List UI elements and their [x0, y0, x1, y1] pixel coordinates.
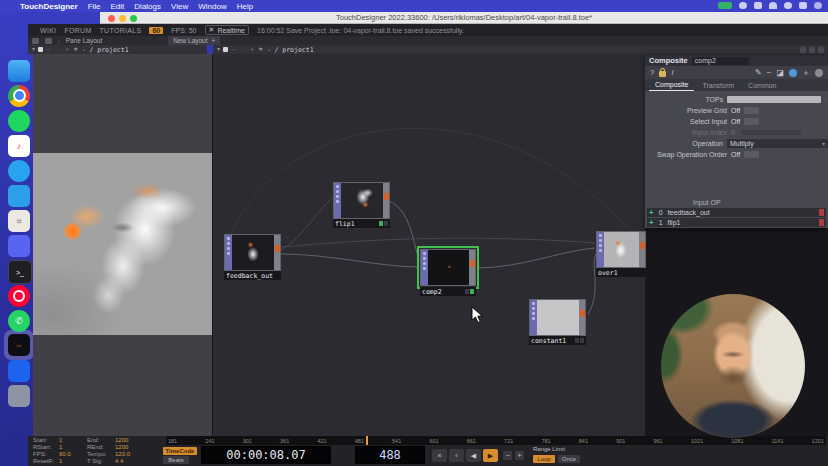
wiki-link[interactable]: WIKI	[40, 27, 56, 34]
non-default-filter-icon[interactable]: ◪	[776, 68, 784, 77]
help-icon[interactable]: ?	[650, 68, 654, 77]
tsig-field[interactable]: 4 4	[115, 458, 123, 465]
collapse-icon[interactable]: −	[767, 68, 772, 77]
info-icon[interactable]: i	[671, 68, 673, 77]
node-feedback-out-viewer-flags[interactable]	[225, 235, 232, 270]
operator-name-field[interactable]: comp2	[692, 57, 749, 65]
preview-grid-value[interactable]: Off	[731, 107, 740, 114]
pane-split-button[interactable]	[800, 47, 806, 53]
delete-input-icon[interactable]	[819, 219, 824, 226]
node-constant1-output[interactable]	[579, 300, 585, 335]
tab-composite[interactable]: Composite	[649, 80, 694, 91]
app-menu[interactable]: TouchDesigner	[20, 2, 78, 11]
minimize-window-button[interactable]	[119, 15, 126, 22]
add-layout-button[interactable]: +	[212, 37, 216, 44]
slack-icon[interactable]: ⌗	[8, 210, 30, 232]
input-index-slider[interactable]	[741, 130, 801, 135]
expand-icon[interactable]: +	[649, 219, 654, 227]
lock-icon[interactable]	[659, 71, 666, 77]
zoom-window-button[interactable]	[130, 15, 137, 22]
add-parameter-icon[interactable]: ＋	[802, 67, 810, 78]
node-flip1[interactable]	[333, 182, 390, 219]
current-frame-display[interactable]: 488	[355, 446, 425, 464]
pane-close-button[interactable]	[818, 47, 824, 53]
menu-file[interactable]: File	[88, 2, 101, 11]
node-feedback-out-name[interactable]: feedback_out	[224, 271, 281, 280]
bookmark-icon[interactable]: ★	[258, 45, 263, 54]
pane-type-icon[interactable]	[38, 47, 43, 52]
youtube-music-icon[interactable]	[8, 285, 30, 307]
pane-layout-dropdown[interactable]: Pane Layout	[66, 37, 103, 44]
swap-value[interactable]: Off	[731, 151, 740, 158]
chrome-icon[interactable]	[8, 85, 30, 107]
whatsapp-icon[interactable]: ✆	[8, 310, 30, 332]
operation-dropdown[interactable]: Multiply ▾	[727, 139, 828, 148]
node-over1-name[interactable]: over1	[596, 268, 646, 277]
node-comp2-output[interactable]	[469, 250, 475, 285]
docker-icon[interactable]	[8, 360, 30, 382]
end-frame-field[interactable]: 1200	[115, 437, 128, 444]
menu-dialogs[interactable]: Dialogs	[134, 2, 161, 11]
menu-help[interactable]: Help	[237, 2, 253, 11]
range-start-field[interactable]: 1	[59, 444, 87, 451]
forward-icon[interactable]: →	[55, 45, 61, 54]
language-icon[interactable]	[789, 69, 797, 77]
battery-icon[interactable]	[718, 2, 732, 9]
node-flip1-name[interactable]: flip1	[333, 219, 390, 228]
node-constant1-name[interactable]: constant1	[529, 336, 586, 345]
add-icon[interactable]: ＋	[249, 45, 255, 54]
select-input-toggle[interactable]	[744, 118, 759, 125]
tops-picker-icon[interactable]: ⌵	[823, 95, 828, 103]
vscode-icon[interactable]	[8, 185, 30, 207]
path-caret-icon[interactable]: ⌄	[81, 45, 86, 54]
path-caret-icon[interactable]: ⌄	[266, 45, 271, 54]
node-comp2[interactable]	[420, 249, 476, 286]
node-flip1-output[interactable]	[383, 183, 389, 218]
select-input-value[interactable]: Off	[731, 118, 740, 125]
edit-expressions-icon[interactable]: ✎	[755, 68, 762, 77]
timecode-mode-button[interactable]: TimeCode	[163, 447, 197, 455]
node-comp2-name[interactable]: comp2	[420, 287, 476, 296]
fps-meter-badge[interactable]: 60	[149, 27, 163, 34]
pane-type-icon[interactable]	[223, 47, 228, 52]
play-reverse-button[interactable]: ◀	[466, 449, 481, 462]
node-feedback-out[interactable]	[224, 234, 281, 271]
siri-icon[interactable]	[814, 2, 822, 9]
playhead[interactable]	[366, 436, 368, 445]
node-over1-output[interactable]	[639, 232, 645, 267]
node-feedback-out-output[interactable]	[274, 235, 280, 270]
tutorials-link[interactable]: TUTORIALS	[100, 27, 142, 34]
swap-toggle[interactable]	[744, 151, 759, 158]
fps-field[interactable]: 60.0	[59, 451, 87, 458]
loop-button[interactable]: Loop	[533, 455, 555, 463]
trash-icon[interactable]	[8, 385, 30, 407]
node-over1-viewer-flags[interactable]	[597, 232, 604, 267]
network-pane-path[interactable]: / project1	[274, 46, 313, 54]
node-over1[interactable]	[596, 231, 646, 268]
pane-divider[interactable]	[212, 54, 213, 436]
range-end-field[interactable]: 1200	[115, 444, 128, 451]
tops-input[interactable]	[727, 96, 820, 103]
node-constant1-viewer-flags[interactable]	[530, 300, 537, 335]
menu-window[interactable]: Window	[198, 2, 226, 11]
beats-mode-button[interactable]: Beats	[163, 456, 189, 464]
touchdesigner-icon[interactable]: ◦◦	[8, 334, 30, 356]
node-flip1-viewer-flags[interactable]	[334, 183, 341, 218]
wifi-icon[interactable]	[769, 2, 777, 9]
forward-icon[interactable]: →	[240, 45, 246, 54]
resetf-field[interactable]: 1	[59, 458, 87, 465]
input-index-value[interactable]: 0	[731, 129, 735, 136]
terminal-icon[interactable]: >_	[8, 260, 32, 284]
play-forward-button[interactable]: ▶	[483, 449, 498, 462]
input-op-row[interactable]: + 1 flip1	[647, 218, 826, 227]
bluetooth-icon[interactable]	[739, 2, 747, 9]
add-icon[interactable]: ＋	[64, 45, 70, 54]
decrement-frame-button[interactable]: −	[503, 451, 512, 460]
finder-icon[interactable]	[8, 60, 30, 82]
pane-menu-icon[interactable]: ▾	[32, 45, 35, 54]
increment-frame-button[interactable]: +	[515, 451, 524, 460]
forum-link[interactable]: FORUM	[64, 27, 91, 34]
tempo-field[interactable]: 120.0	[115, 451, 130, 458]
save-layout-icon[interactable]	[45, 38, 52, 44]
window-titlebar[interactable]: TouchDesigner 2022.33600: /Users/rikloma…	[100, 12, 828, 24]
